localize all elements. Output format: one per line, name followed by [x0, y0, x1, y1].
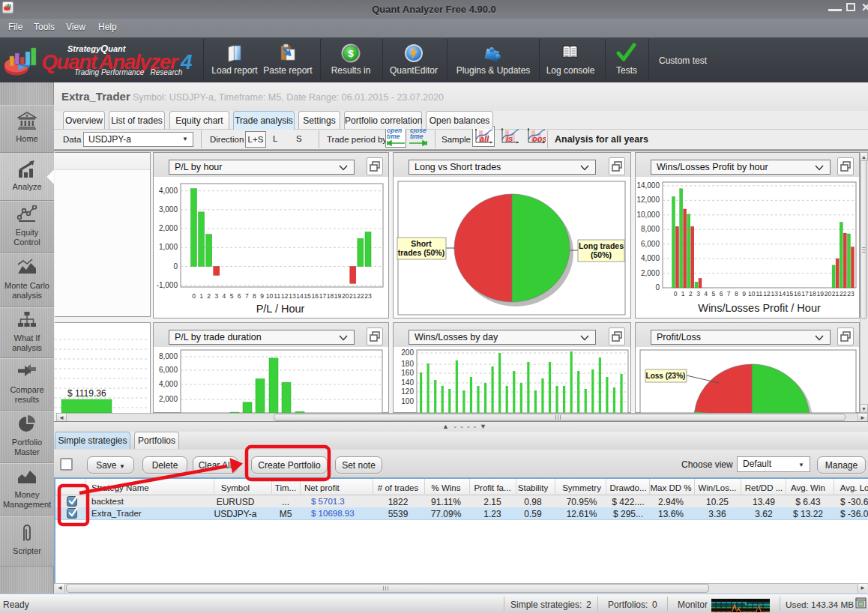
- svg-text:2,000: 2,000: [159, 224, 178, 232]
- svg-text:200: 200: [401, 348, 414, 357]
- svg-text:16: 16: [312, 292, 319, 300]
- svg-text:15: 15: [304, 292, 311, 300]
- svg-text:all: all: [480, 134, 489, 143]
- svg-text:14: 14: [779, 290, 786, 298]
- svg-text:7: 7: [727, 290, 731, 298]
- svg-text:6: 6: [238, 292, 241, 300]
- svg-text:120: 120: [401, 387, 414, 396]
- svg-text:12: 12: [281, 292, 289, 300]
- svg-text:17: 17: [801, 290, 809, 298]
- svg-text:13: 13: [771, 290, 778, 298]
- svg-text:11: 11: [274, 292, 280, 300]
- svg-text:6: 6: [720, 290, 723, 298]
- svg-text:is: is: [506, 134, 513, 143]
- svg-text:10: 10: [266, 292, 274, 300]
- svg-text:0: 0: [674, 290, 678, 298]
- svg-text:100: 100: [401, 397, 414, 405]
- svg-text:(50%): (50%): [591, 250, 612, 259]
- svg-text:7: 7: [245, 292, 249, 300]
- svg-text:Short: Short: [411, 239, 432, 248]
- svg-text:19: 19: [334, 292, 342, 300]
- svg-text:1: 1: [199, 292, 203, 300]
- svg-text:4,000: 4,000: [159, 187, 178, 195]
- svg-text:13: 13: [289, 292, 296, 300]
- svg-text:9: 9: [742, 290, 746, 298]
- svg-text:2: 2: [207, 292, 211, 300]
- svg-text:1: 1: [681, 290, 685, 298]
- svg-text:5: 5: [711, 290, 715, 298]
- svg-text:3,000: 3,000: [159, 205, 178, 214]
- svg-text:9: 9: [260, 292, 264, 300]
- svg-text:$ 1119.36: $ 1119.36: [67, 388, 106, 399]
- svg-text:14,000: 14,000: [636, 181, 660, 190]
- svg-text:4,000: 4,000: [641, 254, 660, 262]
- svg-text:0: 0: [655, 283, 660, 292]
- svg-text:2: 2: [689, 290, 693, 298]
- svg-text:Long trades: Long trades: [579, 241, 624, 250]
- svg-text:12: 12: [763, 290, 771, 298]
- svg-text:8: 8: [735, 290, 738, 298]
- svg-text:trades (50%): trades (50%): [398, 248, 444, 257]
- svg-text:4: 4: [704, 290, 708, 298]
- svg-text:22: 22: [357, 292, 364, 300]
- svg-text:16: 16: [794, 290, 801, 298]
- svg-text:2,000: 2,000: [159, 395, 178, 403]
- svg-text:5: 5: [230, 292, 234, 300]
- svg-text:8: 8: [253, 292, 256, 300]
- svg-text:-1,000: -1,000: [157, 281, 178, 289]
- svg-text:$: $: [348, 48, 354, 59]
- svg-text:1,000: 1,000: [159, 243, 178, 251]
- svg-text:0: 0: [173, 262, 178, 271]
- svg-text:21: 21: [832, 290, 840, 298]
- svg-text:4,000: 4,000: [159, 380, 178, 388]
- svg-text:140: 140: [401, 378, 414, 387]
- svg-text:P/L / Hour: P/L / Hour: [256, 303, 305, 315]
- svg-text:17: 17: [319, 292, 327, 300]
- svg-text:Loss (23%): Loss (23%): [646, 372, 686, 380]
- svg-text:14: 14: [296, 292, 304, 300]
- svg-text:11: 11: [756, 290, 762, 298]
- svg-text:22: 22: [840, 290, 847, 298]
- svg-text:20: 20: [825, 290, 832, 298]
- svg-text:3: 3: [696, 290, 700, 298]
- svg-text:3: 3: [214, 292, 218, 300]
- svg-text:6,000: 6,000: [641, 240, 660, 248]
- svg-text:0: 0: [192, 292, 196, 300]
- svg-text:10,000: 10,000: [636, 211, 660, 219]
- svg-text:8,000: 8,000: [159, 352, 178, 360]
- svg-text:23: 23: [364, 292, 372, 300]
- svg-text:23: 23: [847, 290, 855, 298]
- svg-text:12,000: 12,000: [636, 196, 660, 204]
- svg-text:160: 160: [401, 369, 414, 377]
- svg-text:20: 20: [342, 292, 349, 300]
- svg-text:8,000: 8,000: [641, 225, 660, 233]
- svg-text:180: 180: [401, 360, 414, 368]
- svg-text:18: 18: [809, 290, 816, 298]
- svg-text:21: 21: [349, 292, 357, 300]
- svg-text:Wins/Losses Profit / Hour: Wins/Losses Profit / Hour: [698, 302, 821, 314]
- svg-text:6,000: 6,000: [159, 366, 178, 374]
- svg-text:4: 4: [223, 292, 226, 300]
- svg-text:oos: oos: [532, 134, 546, 143]
- svg-text:19: 19: [816, 290, 824, 298]
- svg-text:15: 15: [786, 290, 794, 298]
- svg-text:18: 18: [327, 292, 334, 300]
- svg-text:2,000: 2,000: [641, 269, 660, 277]
- svg-text:10: 10: [748, 290, 756, 298]
